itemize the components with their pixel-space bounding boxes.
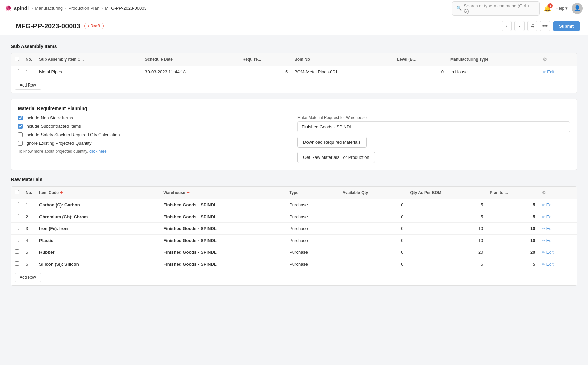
row-checkbox[interactable] bbox=[15, 69, 19, 73]
sub-assembly-table-container: No. Sub Assembly Item C... Schedule Date… bbox=[11, 53, 577, 93]
row-edit-link[interactable]: ✏ Edit bbox=[542, 215, 553, 219]
sub-assembly-title: Sub Assembly Items bbox=[11, 44, 577, 49]
row-edit-link[interactable]: ✏ Edit bbox=[542, 226, 553, 231]
sub-assembly-section: Sub Assembly Items No. Sub Assembly Item… bbox=[11, 44, 577, 93]
row-bom-no: BOM-Metal Pipes-001 bbox=[291, 66, 394, 78]
checkbox-ignore-projected-label: Ignore Existing Projected Quantity bbox=[25, 141, 92, 146]
required-star-item: ✦ bbox=[60, 190, 63, 195]
col-mfg-type: Manufacturing Type bbox=[447, 53, 539, 66]
row-qty-bom: 5 bbox=[407, 258, 486, 270]
select-all-raw[interactable] bbox=[15, 190, 19, 194]
brand-name: spindl bbox=[14, 5, 29, 11]
warehouse-label: Make Material Request for Warehouse bbox=[297, 115, 570, 120]
raw-materials-section: Raw Materials No. Item Code ✦ Warehouse … bbox=[11, 177, 577, 286]
row-no: 5 bbox=[22, 246, 36, 258]
settings-icon[interactable]: ⚙ bbox=[543, 57, 547, 62]
row-item-code: Rubber bbox=[36, 246, 160, 258]
row-warehouse: Finished Goods - SPINDL bbox=[160, 223, 286, 235]
row-checkbox[interactable] bbox=[15, 249, 19, 254]
row-item-code: Silicon (Si): Silicon bbox=[36, 258, 160, 270]
breadcrumb-manufacturing[interactable]: Manufacturing bbox=[35, 6, 63, 11]
mrp-grid: Include Non Stock Items Include Subcontr… bbox=[18, 115, 570, 163]
prev-button[interactable]: ‹ bbox=[502, 21, 512, 31]
more-options-button[interactable]: ••• bbox=[540, 21, 550, 31]
row-type: Purchase bbox=[286, 258, 339, 270]
row-item-code: Carbon (C): Carbon bbox=[36, 199, 160, 211]
row-checkbox[interactable] bbox=[15, 202, 19, 206]
avatar[interactable]: 👤 bbox=[572, 3, 583, 14]
sub-assembly-table: No. Sub Assembly Item C... Schedule Date… bbox=[11, 53, 577, 77]
mrp-left: Include Non Stock Items Include Subcontr… bbox=[18, 115, 291, 163]
col-no-raw: No. bbox=[22, 187, 36, 199]
row-edit-link[interactable]: ✏ Edit bbox=[542, 203, 553, 208]
settings-icon-raw[interactable]: ⚙ bbox=[542, 190, 546, 195]
checkbox-subcontracted-input[interactable] bbox=[18, 124, 23, 129]
print-button[interactable]: 🖨 bbox=[527, 21, 537, 31]
checkbox-non-stock-input[interactable] bbox=[18, 116, 23, 120]
select-all-sub[interactable] bbox=[15, 57, 19, 61]
checkbox-ignore-projected-input[interactable] bbox=[18, 141, 23, 146]
row-warehouse: Finished Goods - SPINDL bbox=[160, 235, 286, 246]
submit-button[interactable]: Submit bbox=[553, 21, 580, 31]
help-button[interactable]: Help ▾ bbox=[555, 6, 568, 11]
search-bar[interactable]: 🔍 Search or type a command (Ctrl + G) bbox=[452, 1, 540, 16]
row-item-code: Metal Pipes bbox=[36, 66, 141, 78]
row-checkbox[interactable] bbox=[15, 214, 19, 218]
breadcrumb-current: MFG-PP-2023-00003 bbox=[105, 6, 146, 11]
row-type: Purchase bbox=[286, 199, 339, 211]
notification-badge: 1 bbox=[548, 3, 553, 8]
raw-material-row: 2 Chromium (Ch): Chrom... Finished Goods… bbox=[11, 211, 577, 223]
warehouse-field: Make Material Request for Warehouse bbox=[297, 115, 570, 132]
navbar: 🧶 spindl › Manufacturing › Production Pl… bbox=[0, 0, 588, 17]
checkbox-safety-stock[interactable]: Include Safety Stock in Required Qty Cal… bbox=[18, 132, 291, 137]
breadcrumb: › Manufacturing › Production Plan › MFG-… bbox=[31, 6, 146, 11]
menu-icon[interactable]: ≡ bbox=[8, 23, 12, 30]
click-here-link[interactable]: click here bbox=[89, 149, 107, 154]
row-qty-bom: 20 bbox=[407, 246, 486, 258]
raw-materials-add-row[interactable]: Add Row bbox=[15, 273, 41, 282]
row-edit-link[interactable]: ✏ Edit bbox=[542, 238, 553, 243]
sub-assembly-header-row: No. Sub Assembly Item C... Schedule Date… bbox=[11, 53, 577, 66]
page-title: MFG-PP-2023-00003 bbox=[16, 22, 80, 30]
col-settings: ⚙ bbox=[539, 53, 577, 66]
chevron-down-icon: ▾ bbox=[565, 6, 568, 11]
help-label: Help bbox=[555, 6, 564, 11]
sub-assembly-add-row[interactable]: Add Row bbox=[15, 81, 41, 90]
download-required-btn[interactable]: Download Required Materials bbox=[297, 137, 367, 148]
row-plan-to: 20 bbox=[486, 246, 538, 258]
row-edit-link[interactable]: ✏ Edit bbox=[543, 70, 554, 74]
next-button[interactable]: › bbox=[514, 21, 525, 31]
notification-bell[interactable]: 🔔 1 bbox=[544, 5, 551, 12]
row-no: 1 bbox=[22, 199, 36, 211]
row-warehouse: Finished Goods - SPINDL bbox=[160, 199, 286, 211]
row-schedule-date: 30-03-2023 11:44:18 bbox=[141, 66, 239, 78]
breadcrumb-production-plan[interactable]: Production Plan bbox=[68, 6, 99, 11]
warehouse-input[interactable] bbox=[297, 121, 570, 132]
get-raw-materials-btn[interactable]: Get Raw Materials For Production bbox=[297, 152, 375, 163]
checkbox-subcontracted-label: Include Subcontracted Items bbox=[25, 124, 81, 129]
row-available-qty: 0 bbox=[339, 199, 407, 211]
checkbox-ignore-projected[interactable]: Ignore Existing Projected Quantity bbox=[18, 141, 291, 146]
checkbox-safety-stock-input[interactable] bbox=[18, 132, 23, 137]
col-schedule-date: Schedule Date bbox=[141, 53, 239, 66]
row-warehouse: Finished Goods - SPINDL bbox=[160, 246, 286, 258]
col-plan-to: Plan to ... bbox=[486, 187, 538, 199]
row-warehouse: Finished Goods - SPINDL bbox=[160, 211, 286, 223]
row-edit-link[interactable]: ✏ Edit bbox=[542, 262, 553, 267]
raw-material-row: 6 Silicon (Si): Silicon Finished Goods -… bbox=[11, 258, 577, 270]
checkbox-subcontracted[interactable]: Include Subcontracted Items bbox=[18, 124, 291, 129]
row-checkbox[interactable] bbox=[15, 261, 19, 266]
row-checkbox[interactable] bbox=[15, 226, 19, 230]
checkbox-non-stock[interactable]: Include Non Stock Items bbox=[18, 115, 291, 120]
row-edit-link[interactable]: ✏ Edit bbox=[542, 250, 553, 255]
col-check bbox=[11, 187, 22, 199]
raw-materials-table: No. Item Code ✦ Warehouse ✦ Type Availab… bbox=[11, 187, 577, 270]
row-qty-bom: 5 bbox=[407, 211, 486, 223]
row-checkbox[interactable] bbox=[15, 238, 19, 242]
raw-material-row: 1 Carbon (C): Carbon Finished Goods - SP… bbox=[11, 199, 577, 211]
checkbox-safety-stock-label: Include Safety Stock in Required Qty Cal… bbox=[25, 132, 120, 137]
row-qty-bom: 10 bbox=[407, 235, 486, 246]
row-no: 4 bbox=[22, 235, 36, 246]
raw-materials-title: Raw Materials bbox=[11, 177, 577, 182]
row-type: Purchase bbox=[286, 223, 339, 235]
